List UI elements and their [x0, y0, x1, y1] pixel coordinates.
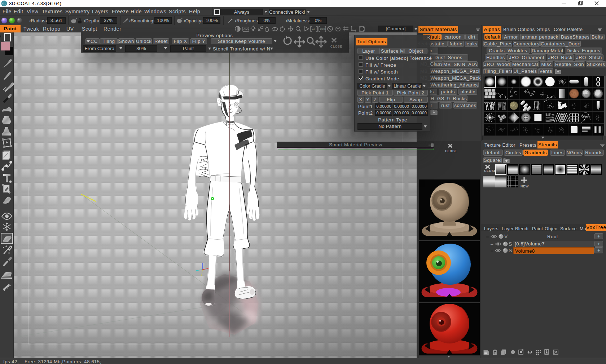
svg-text:CLOSE: CLOSE [445, 149, 457, 153]
svg-text:CLOSE: CLOSE [484, 169, 496, 173]
svg-text:NEW: NEW [521, 185, 529, 188]
svg-text:ALL: ALL [312, 28, 317, 31]
svg-text:PEN: PEN [320, 28, 326, 31]
